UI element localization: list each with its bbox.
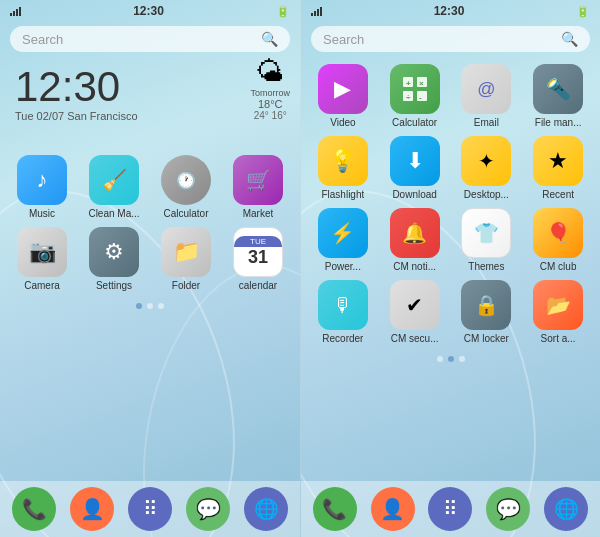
right-dock-apps[interactable]: ⠿ [428,487,472,531]
calendar-icon: TUE 31 [233,227,283,277]
recorder-label: Recorder [322,333,363,344]
power-icon: ⚡ [318,208,368,258]
cmsecurity-label: CM secu... [391,333,439,344]
app-cmnoti[interactable]: 🔔 CM noti... [383,208,447,272]
left-search-bar[interactable]: Search 🔍 [10,26,290,52]
app-email[interactable]: @ Email [455,64,519,128]
market-icon: 🛒 [233,155,283,205]
dock-contacts[interactable]: 👤 [70,487,114,531]
right-dock-phone[interactable]: 📞 [313,487,357,531]
calculator-right-label: Calculator [392,117,437,128]
calculator-right-icon: + × ÷ - [390,64,440,114]
cmsecurity-icon: ✔ [390,280,440,330]
dock-apps[interactable]: ⠿ [128,487,172,531]
dock-phone[interactable]: 📞 [12,487,56,531]
right-dots [301,352,600,366]
app-recent[interactable]: ★ Recent [526,136,590,200]
app-calendar[interactable]: TUE 31 calendar [226,227,290,291]
left-dot-3 [158,303,164,309]
calendar-label: calendar [239,280,277,291]
cmclub-label: CM club [540,261,577,272]
app-recorder[interactable]: 🎙 Recorder [311,280,375,344]
cmnoti-icon: 🔔 [390,208,440,258]
dock-browser[interactable]: 🌐 [244,487,288,531]
left-signal [10,6,21,16]
right-app-grid: ▶ Video + × ÷ - Calculator @ Email [301,56,600,352]
settings-label: Settings [96,280,132,291]
recorder-icon: 🎙 [318,280,368,330]
right-screen: 12:30 🔋 Search 🔍 ▶ Video + × ÷ [300,0,600,537]
right-clock: 12:30 [434,4,465,18]
app-folder[interactable]: 📁 Folder [154,227,218,291]
left-date-display: Tue 02/07 San Francisco [15,110,285,122]
cmclub-icon: 🎈 [533,208,583,258]
cleanmaster-label: Clean Ma... [88,208,139,219]
right-search-bar[interactable]: Search 🔍 [311,26,590,52]
left-battery: 🔋 [276,5,290,18]
app-music[interactable]: ♪ Music [10,155,74,219]
right-status-bar: 12:30 🔋 [301,0,600,22]
left-search-icon[interactable]: 🔍 [261,31,278,47]
app-filemanager[interactable]: 🔦 File man... [526,64,590,128]
sort-icon: 📂 [533,280,583,330]
svg-text:+: + [406,79,411,88]
app-flashlight[interactable]: 💡 Flashlight [311,136,375,200]
right-dot-3 [459,356,465,362]
left-app-grid: ♪ Music 🧹 Clean Ma... 🕐 Calculator 🛒 Mar… [0,147,300,299]
right-search-placeholder: Search [323,32,364,47]
weather-sun-icon: 🌤 [250,55,290,88]
right-dot-2 [448,356,454,362]
app-sort[interactable]: 📂 Sort a... [526,280,590,344]
app-power[interactable]: ⚡ Power... [311,208,375,272]
desktop-icon: ✦ [461,136,511,186]
music-label: Music [29,208,55,219]
dock-messages[interactable]: 💬 [186,487,230,531]
market-label: Market [243,208,274,219]
app-camera[interactable]: 📷 Camera [10,227,74,291]
left-status-bar: 12:30 🔋 [0,0,300,22]
video-label: Video [330,117,355,128]
app-calculator-right[interactable]: + × ÷ - Calculator [383,64,447,128]
app-cmlocker[interactable]: 🔒 CM locker [455,280,519,344]
desktop-label: Desktop... [464,189,509,200]
left-dot-2 [147,303,153,309]
cmnoti-label: CM noti... [393,261,436,272]
right-dock-contacts[interactable]: 👤 [371,487,415,531]
right-battery: 🔋 [576,5,590,18]
camera-icon: 📷 [17,227,67,277]
right-search-icon[interactable]: 🔍 [561,31,578,47]
cleanmaster-icon: 🧹 [89,155,139,205]
download-label: Download [392,189,436,200]
right-dock: 📞 👤 ⠿ 💬 🌐 [301,481,600,537]
music-icon: ♪ [17,155,67,205]
app-market[interactable]: 🛒 Market [226,155,290,219]
video-icon: ▶ [318,64,368,114]
svg-text:×: × [419,79,424,88]
settings-icon: ⚙ [89,227,139,277]
themes-label: Themes [468,261,504,272]
power-label: Power... [325,261,361,272]
filemanager-label: File man... [535,117,582,128]
app-cleanmaster[interactable]: 🧹 Clean Ma... [82,155,146,219]
folder-label: Folder [172,280,200,291]
right-signal [311,6,322,16]
left-screen: 12:30 🔋 Search 🔍 12:30 Tue 02/07 San Fra… [0,0,300,537]
app-desktop[interactable]: ✦ Desktop... [455,136,519,200]
app-settings[interactable]: ⚙ Settings [82,227,146,291]
flashlight-label: Flashlight [321,189,364,200]
left-dot-1 [136,303,142,309]
right-dock-browser[interactable]: 🌐 [544,487,588,531]
calculator-label: Calculator [163,208,208,219]
app-cmclub[interactable]: 🎈 CM club [526,208,590,272]
right-dock-messages[interactable]: 💬 [486,487,530,531]
recent-label: Recent [542,189,574,200]
app-video[interactable]: ▶ Video [311,64,375,128]
left-dock: 📞 👤 ⠿ 💬 🌐 [0,481,300,537]
email-label: Email [474,117,499,128]
app-cmsecurity[interactable]: ✔ CM secu... [383,280,447,344]
right-signal-icon [311,6,322,16]
app-download[interactable]: ⬇ Download [383,136,447,200]
sort-label: Sort a... [541,333,576,344]
app-themes[interactable]: 👕 Themes [455,208,519,272]
app-calculator[interactable]: 🕐 Calculator [154,155,218,219]
